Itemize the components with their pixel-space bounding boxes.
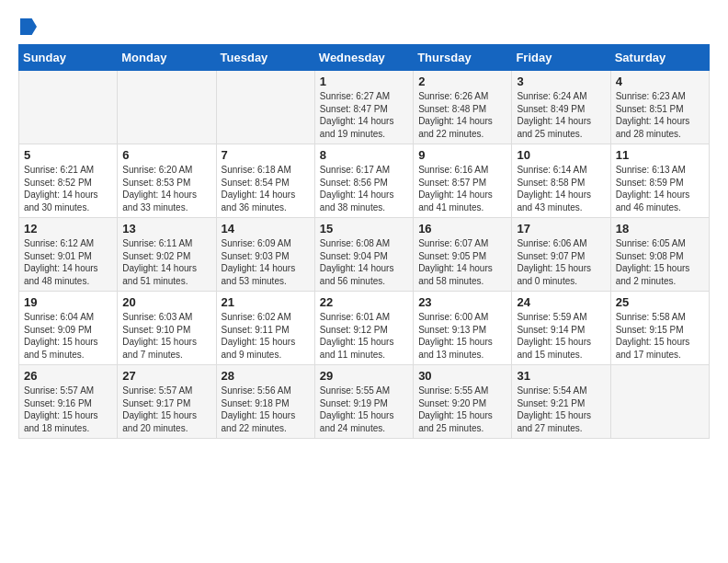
day-number: 13 [122, 222, 210, 236]
day-number: 1 [320, 75, 408, 88]
calendar-cell: 22Sunrise: 6:01 AM Sunset: 9:12 PM Dayli… [314, 292, 413, 365]
day-number: 21 [222, 295, 310, 309]
day-info: Sunrise: 6:23 AM Sunset: 8:51 PM Dayligh… [616, 90, 704, 140]
day-header-monday: Monday [118, 45, 216, 71]
day-number: 20 [122, 295, 210, 309]
day-number: 3 [517, 75, 605, 88]
day-info: Sunrise: 5:57 AM Sunset: 9:17 PM Dayligh… [122, 385, 210, 434]
calendar-cell [19, 71, 118, 144]
day-number: 29 [320, 369, 408, 383]
day-info: Sunrise: 6:09 AM Sunset: 9:03 PM Dayligh… [222, 237, 310, 287]
day-number: 22 [320, 295, 408, 309]
calendar-cell: 23Sunrise: 6:00 AM Sunset: 9:13 PM Dayli… [414, 292, 512, 365]
day-info: Sunrise: 6:04 AM Sunset: 9:09 PM Dayligh… [24, 311, 112, 361]
day-info: Sunrise: 6:20 AM Sunset: 8:53 PM Dayligh… [122, 164, 210, 213]
calendar-table: SundayMondayTuesdayWednesdayThursdayFrid… [18, 44, 710, 439]
day-info: Sunrise: 6:12 AM Sunset: 9:01 PM Dayligh… [24, 237, 112, 287]
header [18, 18, 710, 35]
day-info: Sunrise: 6:13 AM Sunset: 8:59 PM Dayligh… [616, 164, 704, 213]
day-number: 23 [418, 295, 506, 309]
calendar-cell: 18Sunrise: 6:05 AM Sunset: 9:08 PM Dayli… [610, 218, 709, 292]
day-number: 24 [517, 295, 605, 309]
calendar-cell: 31Sunrise: 5:54 AM Sunset: 9:21 PM Dayli… [512, 365, 610, 439]
day-info: Sunrise: 6:08 AM Sunset: 9:04 PM Dayligh… [320, 237, 408, 287]
calendar-cell: 15Sunrise: 6:08 AM Sunset: 9:04 PM Dayli… [314, 218, 413, 292]
day-number: 8 [320, 148, 408, 162]
calendar-cell: 4Sunrise: 6:23 AM Sunset: 8:51 PM Daylig… [610, 71, 709, 144]
calendar-cell: 27Sunrise: 5:57 AM Sunset: 9:17 PM Dayli… [118, 365, 216, 439]
day-header-sunday: Sunday [19, 45, 118, 71]
day-number: 11 [616, 148, 704, 162]
calendar-cell: 12Sunrise: 6:12 AM Sunset: 9:01 PM Dayli… [19, 218, 118, 292]
calendar-cell: 2Sunrise: 6:26 AM Sunset: 8:48 PM Daylig… [414, 71, 512, 144]
day-header-wednesday: Wednesday [314, 45, 413, 71]
day-header-friday: Friday [512, 45, 610, 71]
day-number: 16 [418, 222, 506, 236]
day-info: Sunrise: 5:56 AM Sunset: 9:18 PM Dayligh… [222, 385, 310, 434]
calendar-cell: 19Sunrise: 6:04 AM Sunset: 9:09 PM Dayli… [19, 292, 118, 365]
calendar-cell: 26Sunrise: 5:57 AM Sunset: 9:16 PM Dayli… [19, 365, 118, 439]
day-number: 31 [517, 369, 605, 383]
calendar-cell: 21Sunrise: 6:02 AM Sunset: 9:11 PM Dayli… [216, 292, 314, 365]
day-number: 10 [517, 148, 605, 162]
day-info: Sunrise: 6:16 AM Sunset: 8:57 PM Dayligh… [418, 164, 506, 213]
day-info: Sunrise: 5:58 AM Sunset: 9:15 PM Dayligh… [616, 311, 704, 361]
day-number: 19 [24, 295, 112, 309]
calendar-cell: 14Sunrise: 6:09 AM Sunset: 9:03 PM Dayli… [216, 218, 314, 292]
day-info: Sunrise: 6:02 AM Sunset: 9:11 PM Dayligh… [222, 311, 310, 361]
day-info: Sunrise: 5:55 AM Sunset: 9:20 PM Dayligh… [418, 385, 506, 434]
calendar-cell: 13Sunrise: 6:11 AM Sunset: 9:02 PM Dayli… [118, 218, 216, 292]
day-info: Sunrise: 6:03 AM Sunset: 9:10 PM Dayligh… [122, 311, 210, 361]
day-number: 2 [418, 75, 506, 88]
day-info: Sunrise: 5:54 AM Sunset: 9:21 PM Dayligh… [517, 385, 605, 434]
day-number: 12 [24, 222, 112, 236]
day-number: 17 [517, 222, 605, 236]
day-number: 26 [24, 369, 112, 383]
calendar-cell: 24Sunrise: 5:59 AM Sunset: 9:14 PM Dayli… [512, 292, 610, 365]
day-number: 9 [418, 148, 506, 162]
day-info: Sunrise: 6:27 AM Sunset: 8:47 PM Dayligh… [320, 90, 408, 140]
calendar-cell: 7Sunrise: 6:18 AM Sunset: 8:54 PM Daylig… [216, 144, 314, 218]
day-number: 7 [222, 148, 310, 162]
calendar-cell: 6Sunrise: 6:20 AM Sunset: 8:53 PM Daylig… [118, 144, 216, 218]
day-header-thursday: Thursday [414, 45, 512, 71]
day-info: Sunrise: 5:59 AM Sunset: 9:14 PM Dayligh… [517, 311, 605, 361]
day-info: Sunrise: 6:18 AM Sunset: 8:54 PM Dayligh… [222, 164, 310, 213]
calendar-cell: 28Sunrise: 5:56 AM Sunset: 9:18 PM Dayli… [216, 365, 314, 439]
calendar-cell: 1Sunrise: 6:27 AM Sunset: 8:47 PM Daylig… [314, 71, 413, 144]
day-header-saturday: Saturday [610, 45, 709, 71]
day-info: Sunrise: 6:06 AM Sunset: 9:07 PM Dayligh… [517, 237, 605, 287]
calendar-cell: 17Sunrise: 6:06 AM Sunset: 9:07 PM Dayli… [512, 218, 610, 292]
day-info: Sunrise: 6:17 AM Sunset: 8:56 PM Dayligh… [320, 164, 408, 213]
calendar-cell: 29Sunrise: 5:55 AM Sunset: 9:19 PM Dayli… [314, 365, 413, 439]
calendar-week-row: 26Sunrise: 5:57 AM Sunset: 9:16 PM Dayli… [19, 365, 710, 439]
day-number: 14 [222, 222, 310, 236]
calendar-cell: 20Sunrise: 6:03 AM Sunset: 9:10 PM Dayli… [118, 292, 216, 365]
calendar-cell: 25Sunrise: 5:58 AM Sunset: 9:15 PM Dayli… [610, 292, 709, 365]
day-number: 30 [418, 369, 506, 383]
day-info: Sunrise: 5:57 AM Sunset: 9:16 PM Dayligh… [24, 385, 112, 434]
calendar-cell: 5Sunrise: 6:21 AM Sunset: 8:52 PM Daylig… [19, 144, 118, 218]
calendar-cell: 9Sunrise: 6:16 AM Sunset: 8:57 PM Daylig… [414, 144, 512, 218]
day-number: 6 [122, 148, 210, 162]
day-info: Sunrise: 6:14 AM Sunset: 8:58 PM Dayligh… [517, 164, 605, 213]
calendar-cell: 3Sunrise: 6:24 AM Sunset: 8:49 PM Daylig… [512, 71, 610, 144]
calendar-week-row: 1Sunrise: 6:27 AM Sunset: 8:47 PM Daylig… [19, 71, 710, 144]
day-info: Sunrise: 6:21 AM Sunset: 8:52 PM Dayligh… [24, 164, 112, 213]
day-number: 15 [320, 222, 408, 236]
calendar-week-row: 12Sunrise: 6:12 AM Sunset: 9:01 PM Dayli… [19, 218, 710, 292]
calendar-cell: 16Sunrise: 6:07 AM Sunset: 9:05 PM Dayli… [414, 218, 512, 292]
logo [18, 18, 37, 35]
day-number: 18 [616, 222, 704, 236]
calendar-week-row: 5Sunrise: 6:21 AM Sunset: 8:52 PM Daylig… [19, 144, 710, 218]
day-info: Sunrise: 6:26 AM Sunset: 8:48 PM Dayligh… [418, 90, 506, 140]
calendar-cell: 10Sunrise: 6:14 AM Sunset: 8:58 PM Dayli… [512, 144, 610, 218]
calendar-cell [216, 71, 314, 144]
calendar-cell: 11Sunrise: 6:13 AM Sunset: 8:59 PM Dayli… [610, 144, 709, 218]
day-info: Sunrise: 5:55 AM Sunset: 9:19 PM Dayligh… [320, 385, 408, 434]
calendar-cell: 30Sunrise: 5:55 AM Sunset: 9:20 PM Dayli… [414, 365, 512, 439]
calendar-cell [610, 365, 709, 439]
day-number: 27 [122, 369, 210, 383]
day-info: Sunrise: 6:01 AM Sunset: 9:12 PM Dayligh… [320, 311, 408, 361]
calendar-header-row: SundayMondayTuesdayWednesdayThursdayFrid… [19, 45, 710, 71]
